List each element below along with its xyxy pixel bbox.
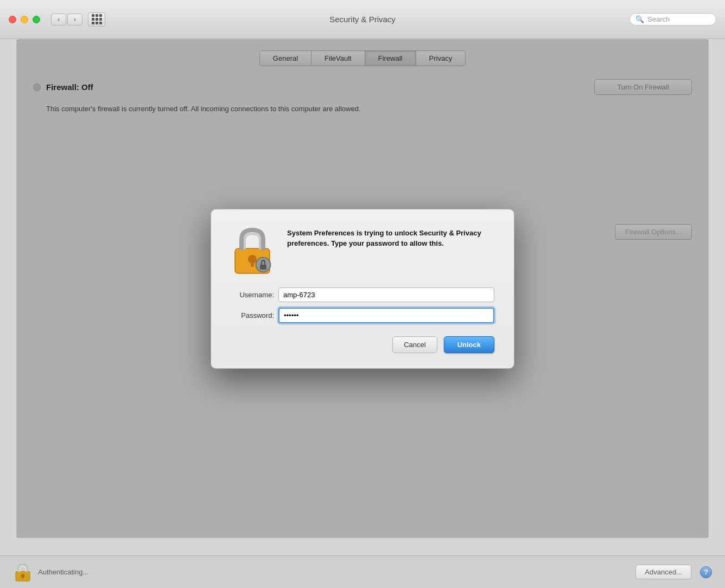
auth-dialog: System Preferences is trying to unlock S… — [211, 209, 514, 369]
username-label: Username: — [231, 291, 274, 299]
lock-icon — [231, 226, 274, 274]
advanced-button[interactable]: Advanced... — [635, 565, 691, 579]
grid-view-button[interactable] — [88, 12, 105, 27]
preference-pane: General FileVault Firewall Privacy Firew… — [16, 39, 709, 538]
username-input[interactable] — [278, 287, 494, 302]
back-button[interactable]: ‹ — [51, 14, 66, 25]
unlock-button[interactable]: Unlock — [444, 336, 494, 353]
traffic-lights — [9, 16, 40, 23]
search-bar[interactable]: 🔍 Search — [629, 13, 716, 25]
maximize-button[interactable] — [33, 16, 40, 23]
help-button[interactable]: ? — [700, 566, 712, 578]
username-row: Username: — [231, 287, 494, 302]
dialog-fields: Username: Password: — [231, 287, 494, 323]
password-input[interactable] — [278, 308, 494, 323]
forward-button[interactable]: › — [67, 14, 82, 25]
cancel-button[interactable]: Cancel — [392, 336, 437, 353]
bottom-lock-icon — [13, 563, 33, 582]
minimize-button[interactable] — [21, 16, 28, 23]
title-bar: ‹ › Security & Privacy 🔍 Search — [0, 0, 725, 39]
search-input[interactable]: Search — [647, 15, 710, 23]
bottom-bar: Authenticating... Advanced... ? — [0, 555, 725, 588]
password-row: Password: — [231, 308, 494, 323]
svg-rect-2 — [251, 261, 254, 267]
svg-rect-8 — [22, 576, 23, 578]
dialog-message: System Preferences is trying to unlock S… — [287, 228, 494, 274]
main-content: General FileVault Firewall Privacy Firew… — [0, 39, 725, 588]
window-title: Security & Privacy — [329, 15, 396, 24]
search-icon: 🔍 — [635, 15, 644, 23]
dialog-buttons: Cancel Unlock — [231, 336, 494, 353]
dialog-top-section: System Preferences is trying to unlock S… — [231, 226, 494, 274]
close-button[interactable] — [9, 16, 16, 23]
dialog-overlay: System Preferences is trying to unlock S… — [17, 40, 708, 538]
nav-buttons: ‹ › — [51, 14, 82, 25]
authenticating-text: Authenticating... — [38, 568, 88, 576]
svg-rect-5 — [260, 265, 266, 270]
grid-icon — [92, 14, 102, 24]
password-label: Password: — [231, 311, 274, 319]
